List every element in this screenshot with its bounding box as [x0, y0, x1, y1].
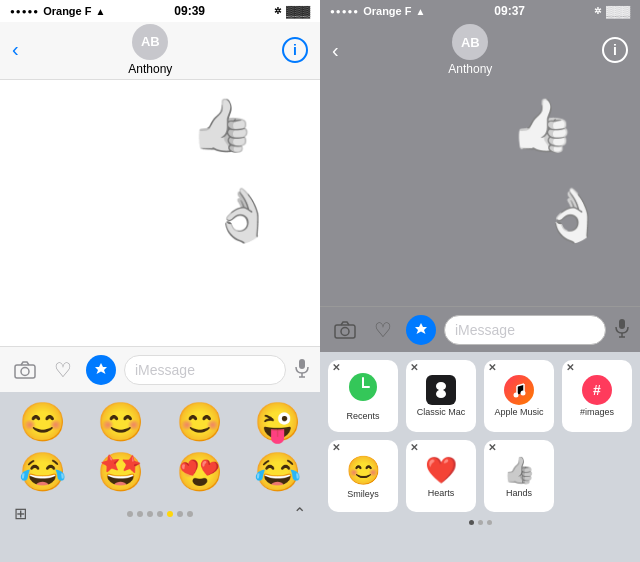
sticker-hearts-icon: ❤️ — [425, 455, 457, 486]
right-info-button[interactable]: i — [602, 37, 628, 63]
left-contact-info: AB Anthony — [128, 24, 172, 76]
svg-point-14 — [514, 393, 519, 398]
right-contact-name: Anthony — [448, 62, 492, 76]
left-carrier: Orange F — [43, 5, 91, 17]
dot-7 — [187, 511, 193, 517]
left-battery-icon: ▓▓▓ — [286, 5, 310, 17]
left-heart-button[interactable]: ♡ — [48, 355, 78, 385]
sticker-applemusic-label: Apple Music — [494, 407, 543, 417]
sticker-images-icon: # — [582, 375, 612, 405]
left-panel-dots — [27, 511, 293, 517]
left-ok-sticker: 👌 — [210, 185, 275, 246]
dot-4 — [157, 511, 163, 517]
left-header: ‹ AB Anthony i — [0, 22, 320, 80]
sticker-images-label: #images — [580, 407, 614, 417]
left-camera-button[interactable] — [10, 355, 40, 385]
sticker-hands[interactable]: ✕ 👍 Hands — [484, 440, 554, 512]
left-info-button[interactable]: i — [282, 37, 308, 63]
emoji-1[interactable]: 😊 — [6, 400, 79, 444]
right-sticker-grid: ✕ Recents ✕ Classic Mac — [328, 360, 632, 512]
left-emoji-grid-icon[interactable]: ⊞ — [14, 504, 27, 523]
right-back-button[interactable]: ‹ — [332, 39, 339, 62]
right-input-bar: ♡ iMessage — [320, 306, 640, 352]
emoji-2[interactable]: 😊 — [85, 400, 158, 444]
left-mic-icon — [294, 358, 310, 378]
left-back-button[interactable]: ‹ — [12, 38, 19, 61]
dot-6 — [177, 511, 183, 517]
sticker-applemusic[interactable]: ✕ Apple Music — [484, 360, 554, 432]
emoji-6[interactable]: 🤩 — [85, 450, 158, 494]
sticker-smileys-close[interactable]: ✕ — [332, 442, 340, 453]
sticker-hearts-close[interactable]: ✕ — [410, 442, 418, 453]
right-camera-icon — [334, 321, 356, 339]
right-status-bar: ●●●●● Orange F ▲ 09:37 ✲ ▓▓▓ — [320, 0, 640, 22]
right-avatar[interactable]: AB — [452, 24, 488, 60]
right-placeholder: iMessage — [455, 322, 515, 338]
sticker-recents[interactable]: ✕ Recents — [328, 360, 398, 432]
sticker-images[interactable]: ✕ # #images — [562, 360, 632, 432]
right-appstore-button[interactable] — [406, 315, 436, 345]
left-input-bar: ♡ iMessage — [0, 346, 320, 392]
left-emoji-panel: 😊 😊 😊 😜 😂 🤩 😍 😂 ⊞ ⌃ — [0, 392, 320, 562]
svg-rect-2 — [299, 359, 305, 369]
sticker-smileys-label: Smileys — [347, 489, 379, 499]
right-mic-button[interactable] — [614, 318, 630, 342]
svg-rect-7 — [619, 319, 625, 329]
right-sticker-footer — [328, 520, 632, 525]
left-bt-icon: ✲ — [274, 6, 282, 16]
right-heart-button[interactable]: ♡ — [368, 315, 398, 345]
right-status-left: ●●●●● Orange F ▲ — [330, 5, 425, 17]
left-signal: ●●●●● — [10, 7, 39, 16]
right-header: ‹ AB Anthony i — [320, 22, 640, 80]
right-wifi-icon: ▲ — [415, 6, 425, 17]
rdot-2 — [478, 520, 483, 525]
left-status-left: ●●●●● Orange F ▲ — [10, 5, 105, 17]
left-wifi-icon: ▲ — [95, 6, 105, 17]
dot-3 — [147, 511, 153, 517]
left-message-area: 👍 👌 — [0, 80, 320, 346]
right-camera-button[interactable] — [330, 315, 360, 345]
left-panel: ●●●●● Orange F ▲ 09:39 ✲ ▓▓▓ ‹ AB Anthon… — [0, 0, 320, 562]
left-camera-icon — [14, 361, 36, 379]
sticker-hands-icon: 👍 — [503, 455, 535, 486]
sticker-images-close[interactable]: ✕ — [566, 362, 574, 373]
left-mic-button[interactable] — [294, 358, 310, 382]
left-emoji-grid: 😊 😊 😊 😜 😂 🤩 😍 😂 — [6, 400, 314, 494]
sticker-applemusic-close[interactable]: ✕ — [488, 362, 496, 373]
sticker-hands-close[interactable]: ✕ — [488, 442, 496, 453]
sticker-smileys-icon: 😊 — [346, 454, 381, 487]
right-message-area: 👍 👌 — [320, 80, 640, 306]
sticker-recents-icon — [348, 372, 378, 409]
sticker-classicmac[interactable]: ✕ Classic Mac — [406, 360, 476, 432]
left-thumbsup-sticker: 👍 — [190, 95, 255, 156]
right-carrier: Orange F — [363, 5, 411, 17]
sticker-applemusic-icon — [504, 375, 534, 405]
sticker-classicmac-icon — [426, 375, 456, 405]
left-contact-name: Anthony — [128, 62, 172, 76]
sticker-smileys[interactable]: ✕ 😊 Smileys — [328, 440, 398, 512]
left-emoji-footer: ⊞ ⌃ — [6, 500, 314, 523]
sticker-recents-close[interactable]: ✕ — [332, 362, 340, 373]
right-input-field[interactable]: iMessage — [444, 315, 606, 345]
emoji-3[interactable]: 😊 — [163, 400, 236, 444]
sticker-recents-label: Recents — [346, 411, 379, 421]
sticker-hearts[interactable]: ✕ ❤️ Hearts — [406, 440, 476, 512]
right-sticker-panel: ✕ Recents ✕ Classic Mac — [320, 352, 640, 562]
rdot-1 — [469, 520, 474, 525]
emoji-8[interactable]: 😂 — [242, 450, 315, 494]
rdot-3 — [487, 520, 492, 525]
left-emoji-chevron-icon[interactable]: ⌃ — [293, 504, 306, 523]
emoji-4[interactable]: 😜 — [242, 400, 315, 444]
sticker-classicmac-close[interactable]: ✕ — [410, 362, 418, 373]
left-appstore-button[interactable] — [86, 355, 116, 385]
right-appstore-icon — [413, 322, 429, 338]
right-mic-icon — [614, 318, 630, 338]
left-input-field[interactable]: iMessage — [124, 355, 286, 385]
svg-point-15 — [521, 391, 526, 396]
left-placeholder: iMessage — [135, 362, 195, 378]
emoji-5[interactable]: 😂 — [6, 450, 79, 494]
left-avatar[interactable]: AB — [132, 24, 168, 60]
svg-point-1 — [21, 367, 29, 375]
emoji-7[interactable]: 😍 — [163, 450, 236, 494]
left-status-right: ✲ ▓▓▓ — [274, 5, 310, 17]
